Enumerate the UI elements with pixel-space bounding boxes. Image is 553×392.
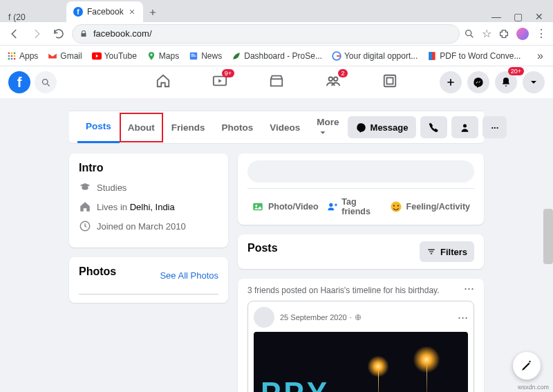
create-button[interactable] xyxy=(440,71,462,93)
post-menu-icon[interactable]: ··· xyxy=(464,286,474,295)
watermark-text: wsxdn.com xyxy=(518,384,549,391)
more-actions-button[interactable]: ··· xyxy=(482,116,507,138)
bookmark-label: YouTube xyxy=(104,51,137,61)
see-all-photos-link[interactable]: See All Photos xyxy=(160,270,218,281)
apps-grid-icon xyxy=(7,51,17,61)
post-author-avatar[interactable] xyxy=(254,307,274,328)
facebook-favicon-icon: f xyxy=(73,7,83,17)
close-tab-icon[interactable] xyxy=(128,8,136,16)
composer-photo-video[interactable]: Photo/Video xyxy=(247,193,323,221)
maximize-icon[interactable]: ▢ xyxy=(514,11,523,22)
bookmark-label: Your digital opport... xyxy=(344,51,418,61)
add-friend-button[interactable] xyxy=(451,116,478,138)
facebook-search-button[interactable] xyxy=(35,71,57,93)
svg-point-27 xyxy=(255,205,257,207)
facebook-logo-icon[interactable]: f xyxy=(8,71,30,93)
nav-groups[interactable]: 2 xyxy=(326,73,341,91)
sparkler-icon xyxy=(357,353,399,392)
nav-gaming[interactable] xyxy=(382,73,397,91)
pdf-icon xyxy=(427,51,437,61)
facebook-right-nav: 20+ xyxy=(440,71,545,93)
svg-rect-6 xyxy=(14,55,15,56)
chevron-down-icon xyxy=(318,128,328,138)
news-icon xyxy=(189,51,198,61)
inner-post-menu-icon[interactable]: ··· xyxy=(458,314,468,321)
tab-about[interactable]: About xyxy=(120,113,163,142)
posts-heading: Posts xyxy=(247,242,278,254)
filters-label: Filters xyxy=(440,247,467,257)
svg-rect-4 xyxy=(8,55,10,56)
bookmark-gmail[interactable]: Gmail xyxy=(48,51,82,61)
extensions-icon[interactable] xyxy=(498,28,509,39)
svg-rect-5 xyxy=(11,55,12,56)
window-titlebar: f (20 f Facebook — ▢ ✕ xyxy=(0,0,553,22)
new-tab-button[interactable] xyxy=(143,3,162,22)
bookmark-pdf-word[interactable]: PDF to Word Conve... xyxy=(427,51,521,61)
photo-icon xyxy=(252,200,264,213)
inner-post: 25 September 2020 · ··· PPY xyxy=(247,301,474,392)
notifications-badge: 20+ xyxy=(508,67,524,75)
intro-studies: Studies xyxy=(79,181,218,194)
back-button[interactable] xyxy=(6,25,24,43)
gmail-icon xyxy=(48,51,57,61)
bookmark-news[interactable]: News xyxy=(189,51,222,61)
post-meta: 25 September 2020 · xyxy=(280,313,362,321)
nav-marketplace[interactable] xyxy=(269,73,284,91)
intro-lives-in: Lives in Delhi, India xyxy=(79,200,218,213)
svg-point-18 xyxy=(42,79,48,84)
svg-point-31 xyxy=(397,205,398,206)
messenger-button[interactable] xyxy=(467,71,489,93)
url-input[interactable]: facebook.com/ xyxy=(72,24,460,44)
bookmark-digital-opport[interactable]: Your digital opport... xyxy=(332,51,418,61)
phone-icon xyxy=(429,122,439,133)
message-button[interactable]: Message xyxy=(348,116,417,138)
svg-rect-7 xyxy=(8,57,10,59)
notifications-button[interactable]: 20+ xyxy=(495,71,517,93)
photos-card: Photos See All Photos xyxy=(69,257,228,303)
svg-point-24 xyxy=(463,124,467,127)
bookmark-apps[interactable]: Apps xyxy=(7,51,38,61)
forward-button[interactable] xyxy=(28,25,46,43)
leaf-icon xyxy=(232,51,241,61)
feeling-icon xyxy=(390,200,402,213)
edit-fab-button[interactable] xyxy=(513,352,541,380)
tab-videos[interactable]: Videos xyxy=(261,113,308,142)
composer-input[interactable] xyxy=(247,160,474,183)
tab-friends[interactable]: Friends xyxy=(163,113,214,142)
profile-avatar-icon[interactable] xyxy=(516,28,529,40)
intro-joined-text: Joined on March 2010 xyxy=(97,221,186,232)
nav-home[interactable] xyxy=(156,73,171,91)
nav-watch[interactable]: 9+ xyxy=(212,73,227,91)
youtube-icon xyxy=(92,51,102,61)
reload-button[interactable] xyxy=(50,25,68,43)
bookmark-dashboard[interactable]: Dashboard - ProSe... xyxy=(232,51,322,61)
bookmarks-bar: Apps Gmail YouTube Maps News Dashboard -… xyxy=(0,46,553,66)
minimize-icon[interactable]: — xyxy=(491,11,501,22)
svg-rect-14 xyxy=(191,55,196,56)
post-image-text: PPY xyxy=(261,376,330,392)
post-image[interactable]: PPY xyxy=(254,332,468,392)
bookmark-youtube[interactable]: YouTube xyxy=(92,51,137,61)
scrollbar-thumb[interactable] xyxy=(543,209,553,264)
browser-tab-active[interactable]: f Facebook xyxy=(66,1,143,22)
account-menu-button[interactable] xyxy=(523,71,545,93)
call-button[interactable] xyxy=(420,116,447,138)
close-window-icon[interactable]: ✕ xyxy=(535,11,543,22)
messenger-icon xyxy=(356,122,366,133)
tab-photos[interactable]: Photos xyxy=(214,113,262,142)
tab-background[interactable]: f (20 xyxy=(4,12,66,22)
composer-tag-friends[interactable]: Tag friends xyxy=(323,193,386,221)
post-card: 3 friends posted on Haaris's timeline fo… xyxy=(238,279,484,392)
graduation-cap-icon xyxy=(79,181,91,194)
svg-rect-3 xyxy=(14,52,15,53)
composer-feeling[interactable]: Feeling/Activity xyxy=(386,193,474,221)
page-search-icon[interactable] xyxy=(464,28,475,39)
tab-more[interactable]: More xyxy=(308,107,347,147)
tab-posts[interactable]: Posts xyxy=(77,111,120,143)
groups-badge: 2 xyxy=(338,69,348,77)
bookmark-maps[interactable]: Maps xyxy=(147,51,179,61)
filters-button[interactable]: Filters xyxy=(420,241,474,262)
browser-menu-icon[interactable]: ⋮ xyxy=(536,27,547,40)
bookmarks-overflow-icon[interactable]: » xyxy=(537,50,546,62)
bookmark-star-icon[interactable]: ☆ xyxy=(482,27,491,40)
